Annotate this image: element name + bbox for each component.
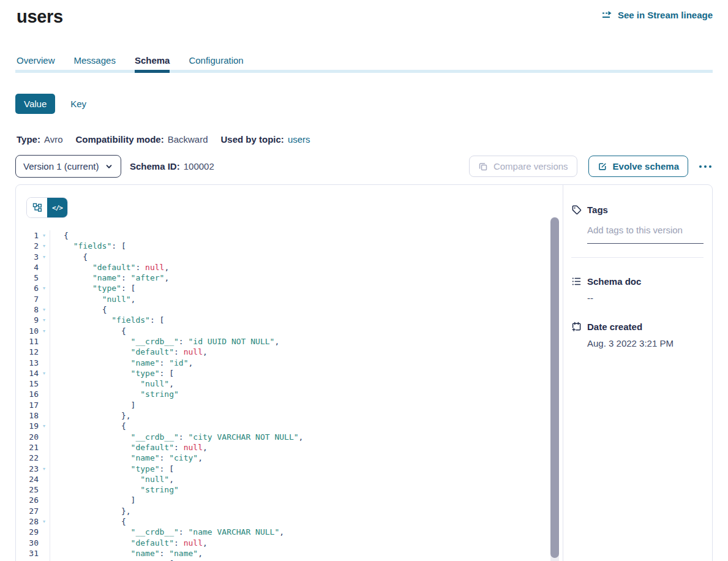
code-line: 16 "string" [16,389,563,399]
code-line: 18 }, [16,410,563,421]
line-number: 20 [16,432,39,442]
code-text[interactable]: "name": "name", [50,548,203,559]
editor-view-toggle: </> [26,197,68,218]
code-line: 21 "default": null, [16,442,563,453]
line-number: 8 [16,304,39,315]
fold-spacer [39,378,50,389]
fold-spacer [39,506,50,516]
code-text[interactable]: "null", [50,378,174,389]
code-text[interactable]: "default": null, [50,538,208,548]
schema-doc-value: -- [587,293,704,303]
code-text[interactable]: { [50,252,88,262]
code-line: 27 }, [16,506,563,516]
code-text[interactable]: { [50,304,107,315]
tree-view-button[interactable] [27,198,47,217]
code-line: 12 "default": null, [16,347,563,357]
line-number: 5 [16,273,39,283]
evolve-schema-label: Evolve schema [613,161,679,171]
code-line: 6▾ "type": [ [16,283,563,293]
fold-spacer [39,358,50,368]
type-value: Avro [44,134,63,145]
schema-doc-section: Schema doc -- [571,276,704,303]
editor-scrollbar-track[interactable] [550,217,559,561]
code-text[interactable]: "name": "after", [50,273,169,283]
fold-toggle-icon[interactable]: ▾ [39,368,50,378]
editor-scrollbar-thumb[interactable] [550,217,559,558]
line-number: 27 [16,506,39,516]
line-number: 28 [16,516,39,527]
fold-toggle-icon[interactable]: ▾ [39,326,50,336]
line-number: 7 [16,294,39,304]
code-text[interactable]: { [50,421,126,431]
code-line: 7 "null", [16,294,563,304]
code-line: 3▾ { [16,252,563,262]
fold-toggle-icon[interactable]: ▾ [39,230,50,241]
code-text[interactable]: "default": null, [50,262,169,273]
line-number: 13 [16,358,39,368]
code-text[interactable]: "fields": [ [50,315,164,325]
code-text[interactable]: ] [50,495,135,505]
code-text[interactable]: "__crdb__": "city VARCHAR NOT NULL", [50,432,303,442]
code-line: 17 ] [16,400,563,410]
compatibility-label: Compatibility mode: [75,134,163,145]
code-text[interactable]: "__crdb__": "id UUID NOT NULL", [50,336,279,347]
code-text[interactable]: "null", [50,474,174,484]
topic-link[interactable]: users [288,134,310,145]
fold-toggle-icon[interactable]: ▾ [39,304,50,315]
code-text[interactable]: { [50,516,126,527]
code-text[interactable]: "type": [ [50,368,174,378]
compare-versions-button[interactable]: Compare versions [469,156,577,177]
code-text[interactable]: ] [50,400,135,410]
line-number: 18 [16,410,39,421]
line-number: 15 [16,378,39,389]
fold-toggle-icon[interactable]: ▾ [39,559,50,561]
more-options-button[interactable] [698,162,713,171]
fold-toggle-icon[interactable]: ▾ [39,283,50,293]
code-text[interactable]: }, [50,506,131,516]
tab-messages[interactable]: Messages [74,55,116,73]
version-actions: Compare versions Evolve schema [469,156,713,177]
fold-toggle-icon[interactable]: ▾ [39,241,50,251]
fold-toggle-icon[interactable]: ▾ [39,516,50,527]
code-text[interactable]: { [50,326,126,336]
code-line: 19▾ { [16,421,563,431]
list-icon [571,276,582,287]
code-text[interactable]: "type": [ [50,559,174,561]
fold-toggle-icon[interactable]: ▾ [39,421,50,431]
fold-toggle-icon[interactable]: ▾ [39,315,50,325]
code-text[interactable]: "null", [50,294,135,304]
fold-toggle-icon[interactable]: ▾ [39,252,50,262]
code-text[interactable]: "default": null, [50,347,208,357]
code-text[interactable]: { [50,230,69,241]
code-line: 24 "null", [16,474,563,484]
fold-spacer [39,453,50,463]
code-text[interactable]: "name": "city", [50,453,203,463]
stream-lineage-icon [601,10,613,20]
tab-overview[interactable]: Overview [17,55,55,73]
code-text[interactable]: "string" [50,484,179,495]
schema-panel: </> 1▾{2▾ "fields": [3▾ {4 "default": nu… [15,184,713,561]
code-view-button[interactable]: </> [47,198,67,217]
fold-toggle-icon[interactable]: ▾ [39,464,50,474]
value-tab-button[interactable]: Value [15,94,55,114]
code-text[interactable]: "string" [50,389,179,399]
key-tab-button[interactable]: Key [70,99,86,109]
code-line: 11 "__crdb__": "id UUID NOT NULL", [16,336,563,347]
evolve-schema-button[interactable]: Evolve schema [588,156,688,177]
stream-lineage-link[interactable]: See in Stream lineage [601,10,713,20]
line-number: 25 [16,484,39,495]
code-text[interactable]: "type": [ [50,283,135,293]
line-number: 10 [16,326,39,336]
line-number: 9 [16,315,39,325]
code-text[interactable]: }, [50,410,131,421]
code-text[interactable]: "fields": [ [50,241,126,251]
fold-spacer [39,262,50,273]
add-tags-input[interactable] [587,225,704,244]
tab-configuration[interactable]: Configuration [189,55,243,73]
code-text[interactable]: "name": "id", [50,358,193,368]
code-text[interactable]: "__crdb__": "name VARCHAR NULL", [50,527,284,537]
tab-schema[interactable]: Schema [135,55,170,73]
code-text[interactable]: "type": [ [50,464,174,474]
code-text[interactable]: "default": null, [50,442,208,453]
version-select[interactable]: Version 1 (current) [15,155,121,178]
